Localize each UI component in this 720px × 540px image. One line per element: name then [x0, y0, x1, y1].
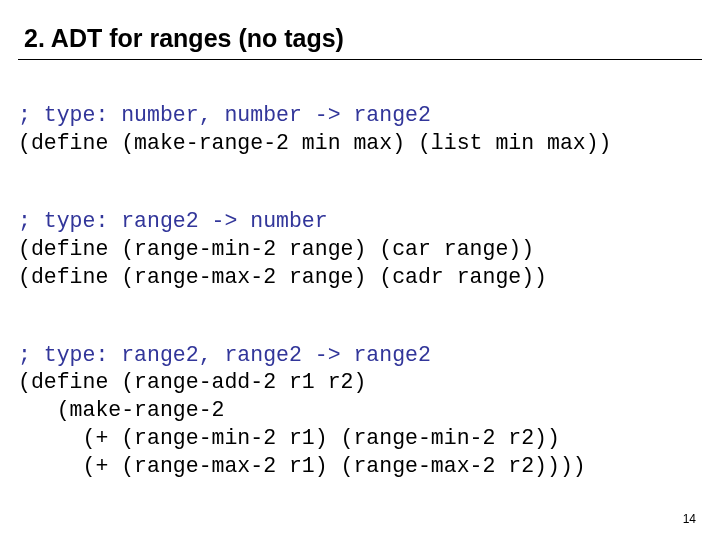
- code-area: ; type: number, number -> range2 (define…: [18, 74, 702, 481]
- comment-line: ; type: range2, range2 -> range2: [18, 343, 431, 367]
- code-line: (define (range-max-2 range) (cadr range)…: [18, 265, 547, 289]
- code-line: (make-range-2: [18, 398, 224, 422]
- code-line: (+ (range-min-2 r1) (range-min-2 r2)): [18, 426, 560, 450]
- comment-line: ; type: number, number -> range2: [18, 103, 431, 127]
- title-underline: [18, 59, 702, 60]
- page-number: 14: [683, 512, 696, 526]
- code-line: (define (make-range-2 min max) (list min…: [18, 131, 612, 155]
- blank-line: [18, 158, 702, 180]
- slide: 2. ADT for ranges (no tags) ; type: numb…: [0, 0, 720, 540]
- blank-line: [18, 292, 702, 314]
- code-line: (define (range-min-2 range) (car range)): [18, 237, 534, 261]
- code-line: (define (range-add-2 r1 r2): [18, 370, 366, 394]
- code-line: (+ (range-max-2 r1) (range-max-2 r2)))): [18, 454, 586, 478]
- slide-title: 2. ADT for ranges (no tags): [24, 24, 702, 53]
- comment-line: ; type: range2 -> number: [18, 209, 328, 233]
